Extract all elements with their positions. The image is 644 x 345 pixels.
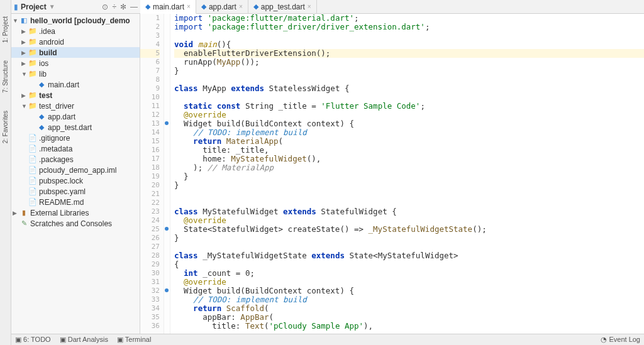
external-libraries[interactable]: ▶▮ External Libraries xyxy=(11,207,140,218)
tree-item[interactable]: 📄pubspec.yaml xyxy=(11,186,140,197)
code-line[interactable]: } xyxy=(174,172,644,181)
editor-tab-bar: ◆main.dart×◆app.dart×◆app_test.dart× xyxy=(140,0,644,14)
code-line[interactable]: import 'package:flutter_driver/driver_ex… xyxy=(174,23,644,31)
code-line[interactable]: Widget build(BuildContext context) { xyxy=(174,119,644,128)
tree-item[interactable]: 📄pcloudy_demo_app.iml xyxy=(11,165,140,175)
bottom-tool-bar: ▣ 6: TODO▣ Dart Analysis▣ Terminal ◔ Eve… xyxy=(11,334,644,345)
code-line[interactable]: State<StatefulWidget> createState() => _… xyxy=(174,225,644,234)
project-panel-title: Project xyxy=(21,3,47,11)
code-line[interactable]: appBar: AppBar( xyxy=(174,313,644,322)
code-line[interactable] xyxy=(174,75,644,84)
code-line[interactable]: class MyApp extends StatelessWidget { xyxy=(174,84,644,93)
tree-item[interactable]: ◆main.dart xyxy=(11,79,140,90)
close-icon[interactable]: × xyxy=(187,3,191,10)
hide-icon[interactable]: — xyxy=(130,3,138,11)
settings-icon[interactable]: ✻ xyxy=(120,3,126,11)
tree-item[interactable]: ▼📁test_driver xyxy=(11,101,140,111)
code-line[interactable]: void main(){ xyxy=(174,40,644,49)
code-line[interactable]: } xyxy=(174,67,644,75)
tab-app-dart[interactable]: ◆app.dart× xyxy=(196,0,248,13)
override-gutter-icon[interactable] xyxy=(165,121,169,125)
project-root[interactable]: ▼ ◧ hello_world [pcloudy_demo xyxy=(11,15,140,26)
code-line[interactable]: Widget build(BuildContext context) { xyxy=(174,287,644,295)
tree-item[interactable]: 📄.packages xyxy=(11,154,140,165)
tree-item[interactable]: ▼📁lib xyxy=(11,68,140,79)
override-gutter-icon[interactable] xyxy=(165,288,169,292)
tree-item[interactable]: 📄.gitignore xyxy=(11,133,140,143)
code-line[interactable]: home: MyStatefulWidget(), xyxy=(174,155,644,163)
override-gutter-icon[interactable] xyxy=(165,227,169,231)
code-line[interactable]: return MaterialApp( xyxy=(174,137,644,146)
code-line[interactable] xyxy=(174,243,644,251)
code-line[interactable]: enableFlutterDriverExtension(); xyxy=(174,49,644,58)
tree-item[interactable]: 📄.metadata xyxy=(11,143,140,154)
tab-main-dart[interactable]: ◆main.dart× xyxy=(140,0,196,14)
tool-structure[interactable]: 7: Structure xyxy=(2,58,9,96)
tree-item[interactable]: ▶📁ios xyxy=(11,58,140,68)
code-line[interactable]: } xyxy=(174,234,644,243)
code-line[interactable]: title: Text('pCloudy Sample App'), xyxy=(174,322,644,331)
dart-file-icon: ◆ xyxy=(201,3,206,11)
code-line[interactable]: @override xyxy=(174,278,644,287)
tab-app_test-dart[interactable]: ◆app_test.dart× xyxy=(248,0,317,13)
tree-item[interactable]: ▶📁test xyxy=(11,90,140,101)
tree-item[interactable]: 📄README.md xyxy=(11,197,140,207)
code-line[interactable] xyxy=(174,31,644,40)
dart-file-icon: ◆ xyxy=(145,3,150,11)
bottom-todo[interactable]: ▣ 6: TODO xyxy=(15,336,51,344)
tree-item[interactable]: ▶📁build xyxy=(11,47,140,58)
code-line[interactable]: return Scaffold( xyxy=(174,304,644,313)
code-line[interactable] xyxy=(174,199,644,207)
tree-item[interactable]: ◆app_test.dart xyxy=(11,122,140,133)
tool-project[interactable]: 1: Project xyxy=(2,14,9,45)
code-line[interactable] xyxy=(174,190,644,199)
code-line[interactable]: import 'package:flutter/material.dart'; xyxy=(174,14,644,23)
code-line[interactable]: @override xyxy=(174,216,644,225)
tree-item[interactable]: ◆app.dart xyxy=(11,111,140,122)
select-open-icon[interactable]: ÷ xyxy=(112,3,116,11)
tree-item[interactable]: ▶📁android xyxy=(11,36,140,47)
code-line[interactable]: static const String _title = 'Flutter Sa… xyxy=(174,102,644,111)
code-line[interactable]: ); // MaterialApp xyxy=(174,163,644,172)
code-line[interactable]: } xyxy=(174,181,644,190)
project-icon: ▮ xyxy=(14,3,18,11)
project-panel-header: ▮ Project ▼ ⊙ ÷ ✻ — xyxy=(11,0,140,14)
close-icon[interactable]: × xyxy=(308,3,311,10)
code-line[interactable] xyxy=(174,93,644,102)
event-log-button[interactable]: ◔ Event Log xyxy=(601,336,640,344)
editor-panel: 1234567891011121314151617181920212223242… xyxy=(140,14,644,334)
close-icon[interactable]: × xyxy=(239,3,243,10)
dart-file-icon: ◆ xyxy=(253,3,258,11)
project-tree[interactable]: ▼ ◧ hello_world [pcloudy_demo ▶📁.idea▶📁a… xyxy=(11,14,140,334)
bottom-terminal[interactable]: ▣ Terminal xyxy=(117,336,151,344)
code-line[interactable]: // TODO: implement build xyxy=(174,295,644,304)
code-line[interactable]: class MyStatefulWidget extends StatefulW… xyxy=(174,207,644,216)
code-line[interactable]: // TODO: implement build xyxy=(174,128,644,137)
collapse-all-icon[interactable]: ⊙ xyxy=(102,3,108,11)
left-tool-strip: 1: Project7: Structure2: Favorites xyxy=(0,0,11,345)
tree-item[interactable]: ▶📁.idea xyxy=(11,26,140,36)
code-line[interactable]: class _MyStatefulWidgetState extends Sta… xyxy=(174,251,644,260)
tree-item[interactable]: 📄pubspec.lock xyxy=(11,175,140,186)
code-line[interactable]: int _count = 0; xyxy=(174,269,644,278)
code-line[interactable]: title: _title, xyxy=(174,146,644,155)
tool-favorites[interactable]: 2: Favorites xyxy=(2,108,9,146)
code-editor[interactable]: 1234567891011121314151617181920212223242… xyxy=(140,14,644,334)
code-line[interactable]: runApp(MyApp()); xyxy=(174,58,644,67)
code-line[interactable]: { xyxy=(174,260,644,269)
scratches-and-consoles[interactable]: ✎ Scratches and Consoles xyxy=(11,218,140,229)
code-line[interactable]: @override xyxy=(174,111,644,119)
bottom-dart[interactable]: ▣ Dart Analysis xyxy=(60,336,108,344)
